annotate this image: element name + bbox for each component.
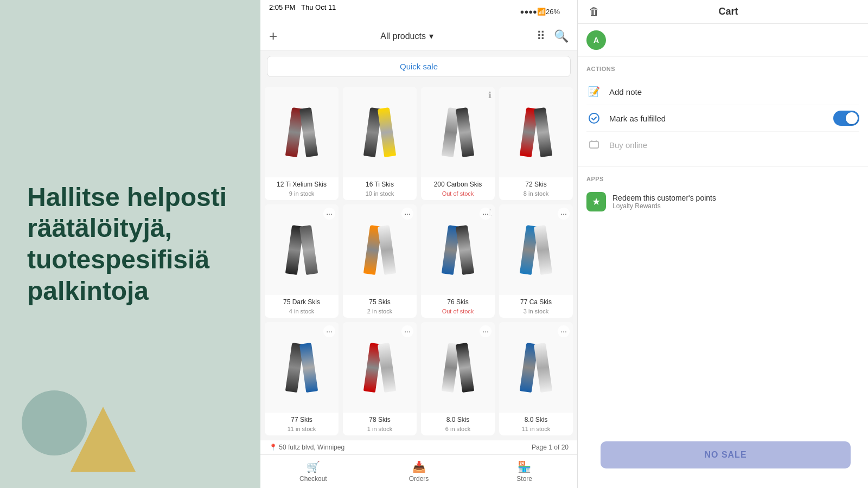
triangle-decoration	[71, 407, 136, 472]
ski-2	[456, 225, 474, 275]
product-card[interactable]: ··· 8.0 Skis 6 in stock	[421, 322, 495, 435]
ski-2	[534, 343, 552, 393]
apps-section: APPS ★ Redeem this customer's points Loy…	[578, 167, 868, 223]
product-image: ℹ ···	[421, 204, 495, 295]
product-stock: 11 in stock	[269, 426, 334, 432]
product-name: 78 Skis	[347, 416, 412, 425]
ski-2	[456, 107, 474, 157]
mark-fulfilled-label: Mark as fulfilled	[609, 114, 826, 123]
ski-pair	[367, 343, 393, 392]
product-image	[499, 87, 573, 177]
no-sale-button[interactable]: NO SALE	[601, 441, 851, 468]
nav-label: Checkout	[299, 475, 327, 483]
product-image: ℹ	[421, 87, 495, 177]
headline: Hallitse helposti räätälöityjä, tuotespe…	[27, 182, 233, 306]
svg-point-0	[589, 113, 599, 123]
product-info: 200 Carbon Skis Out of stock	[421, 177, 495, 200]
products-panel: 2:05 PM Thu Oct 11 ●●●● 📶 26% + All prod…	[260, 0, 578, 488]
ski-2	[534, 107, 552, 157]
ski-2	[378, 225, 396, 275]
search-icon[interactable]: 🔍	[554, 29, 569, 43]
nav-item-store[interactable]: 🏪 Store	[471, 460, 577, 483]
action-item-buy-online[interactable]: Buy online	[586, 132, 859, 158]
loyalty-app-icon: ★	[586, 192, 606, 211]
product-info: 72 Skis 8 in stock	[499, 177, 573, 200]
product-card[interactable]: ··· 78 Skis 1 in stock	[343, 322, 417, 435]
product-card[interactable]: 16 Ti Skis 10 in stock	[343, 87, 417, 200]
product-info: 8.0 Skis 11 in stock	[499, 413, 573, 435]
ski-pair	[367, 108, 393, 157]
nav-icon: 🛒	[307, 460, 320, 473]
ski-2	[299, 107, 318, 157]
app-container: 2:05 PM Thu Oct 11 ●●●● 📶 26% + All prod…	[260, 0, 868, 488]
ski-pair	[289, 108, 315, 157]
product-menu-button[interactable]: ···	[323, 325, 335, 337]
product-card[interactable]: ··· 75 Skis 2 in stock	[343, 204, 417, 318]
app-item-loyalty[interactable]: ★ Redeem this customer's points Loyalty …	[586, 189, 859, 215]
ski-pair	[523, 108, 549, 157]
product-menu-button[interactable]: ···	[558, 325, 570, 337]
filter-label: All products	[380, 31, 426, 41]
product-filter[interactable]: All products ▾	[380, 31, 433, 41]
fulfilled-toggle[interactable]	[833, 111, 859, 126]
svg-rect-1	[590, 142, 598, 148]
product-menu-button[interactable]: ···	[558, 208, 570, 220]
product-menu-button[interactable]: ···	[401, 208, 413, 220]
product-stock: 8 in stock	[503, 190, 569, 197]
product-card[interactable]: ℹ ··· 76 Skis Out of stock	[421, 204, 495, 318]
product-card[interactable]: ℹ 200 Carbon Skis Out of stock	[421, 87, 495, 200]
signal-icon: ●●●●	[520, 8, 537, 16]
delete-cart-button[interactable]: 🗑	[589, 5, 599, 18]
product-name: 8.0 Skis	[425, 416, 490, 425]
add-note-label: Add note	[609, 87, 859, 97]
buy-online-label: Buy online	[609, 140, 859, 150]
barcode-icon[interactable]: ⠿	[537, 29, 545, 43]
action-item-add-note[interactable]: 📝 Add note	[586, 79, 859, 105]
cart-panel: 🗑 Cart A ACTIONS 📝 Add note Mark as fulf…	[578, 0, 868, 488]
product-menu-button[interactable]: ···	[323, 208, 335, 220]
product-stock: 11 in stock	[503, 426, 569, 432]
add-product-button[interactable]: +	[269, 28, 277, 44]
left-panel: Hallitse helposti räätälöityjä, tuotespe…	[0, 0, 260, 488]
product-stock: 9 in stock	[269, 190, 334, 197]
product-info: 16 Ti Skis 10 in stock	[343, 177, 417, 200]
product-name: 12 Ti Xelium Skis	[269, 181, 334, 189]
product-image: ···	[265, 204, 339, 295]
ski-2	[456, 343, 474, 393]
add-note-icon: 📝	[586, 84, 602, 99]
product-info: 12 Ti Xelium Skis 9 in stock	[265, 177, 339, 200]
products-bottom-bar: 📍 50 fultz blvd, Winnipeg Page 1 of 20	[260, 440, 577, 454]
product-stock: 1 in stock	[347, 426, 412, 432]
product-card[interactable]: 72 Skis 8 in stock	[499, 87, 573, 200]
product-menu-button[interactable]: ···	[480, 208, 492, 220]
product-stock: 6 in stock	[425, 426, 490, 432]
customer-row: A	[578, 24, 868, 57]
product-card[interactable]: ··· 77 Ca Skis 3 in stock	[499, 204, 573, 318]
product-name: 77 Skis	[269, 416, 334, 425]
apps-list: ★ Redeem this customer's points Loyalty …	[586, 189, 859, 215]
loyalty-app-name: Redeem this customer's points	[612, 194, 716, 202]
action-item-mark-fulfilled[interactable]: Mark as fulfilled	[586, 105, 859, 132]
product-info: 75 Skis 2 in stock	[343, 295, 417, 318]
ski-pair	[289, 343, 315, 392]
actions-list: 📝 Add note Mark as fulfilled Buy online	[586, 79, 859, 158]
quick-sale-button[interactable]: Quick sale	[267, 56, 571, 77]
page-indicator: Page 1 of 20	[532, 444, 569, 451]
cart-header: 🗑 Cart	[578, 0, 868, 24]
product-menu-button[interactable]: ···	[480, 325, 492, 337]
product-name: 8.0 Skis	[503, 416, 569, 425]
ski-pair	[367, 226, 393, 274]
product-image	[265, 87, 339, 177]
nav-label: Orders	[409, 475, 429, 483]
product-name: 16 Ti Skis	[347, 181, 412, 189]
product-card[interactable]: 12 Ti Xelium Skis 9 in stock	[265, 87, 339, 200]
ski-2	[299, 343, 318, 393]
product-card[interactable]: ··· 77 Skis 11 in stock	[265, 322, 339, 435]
nav-item-orders[interactable]: 📥 Orders	[366, 460, 472, 483]
product-menu-button[interactable]: ···	[401, 325, 413, 337]
product-card[interactable]: ··· 8.0 Skis 11 in stock	[499, 322, 573, 435]
mark-fulfilled-icon	[586, 111, 602, 126]
product-image: ···	[499, 204, 573, 295]
nav-item-checkout[interactable]: 🛒 Checkout	[260, 460, 366, 483]
product-card[interactable]: ··· 75 Dark Skis 4 in stock	[265, 204, 339, 318]
